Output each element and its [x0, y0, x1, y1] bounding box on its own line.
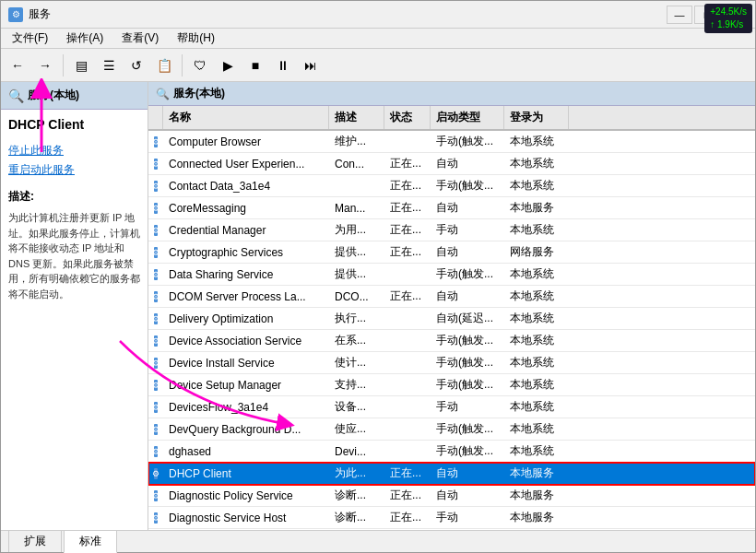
service-row-icon: [148, 219, 163, 241]
table-row[interactable]: Device Setup Manager支持...手动(触发...本地系统: [148, 374, 755, 396]
service-cell-name: Diagnostic Policy Service: [163, 485, 329, 506]
table-row[interactable]: Diagnostic Service Host诊断...正在...手动本地服务: [148, 507, 755, 529]
col-status[interactable]: 状态: [384, 106, 431, 129]
tab-standard[interactable]: 标准: [64, 530, 117, 553]
table-row[interactable]: dghasedDevi...手动(触发...本地系统: [148, 441, 755, 463]
service-cell-startup: 自动: [431, 241, 504, 263]
back-button[interactable]: ←: [5, 53, 30, 78]
stop-button[interactable]: ■: [242, 53, 268, 78]
service-cell-desc: Con...: [329, 153, 384, 174]
service-cell-desc: 使应...: [329, 418, 384, 440]
table-row[interactable]: DevicesFlow_3a1e4设备...手动本地系统: [148, 396, 755, 418]
service-row-icon: [148, 396, 163, 418]
service-cell-desc: 维护...: [329, 131, 384, 152]
col-login[interactable]: 登录为: [504, 106, 569, 129]
table-row[interactable]: Contact Data_3a1e4正在...手动(触发...本地系统: [148, 175, 755, 197]
menu-file[interactable]: 文件(F): [5, 29, 55, 48]
service-cell-login: 本地服务: [504, 463, 569, 484]
selected-service-name: DHCP Client: [8, 117, 140, 132]
table-row[interactable]: DevQuery Background D...使应...手动(触发...本地系…: [148, 418, 755, 441]
service-cell-desc: 为此...: [329, 463, 384, 484]
table-row[interactable]: Credential Manager为用...正在...手动本地系统: [148, 219, 755, 241]
service-row-icon: [148, 418, 163, 440]
service-cell-desc: [329, 175, 384, 196]
list-view-button[interactable]: ☰: [96, 53, 122, 78]
service-cell-startup: 手动(触发...: [431, 264, 504, 285]
table-row[interactable]: Cryptographic Services提供...正在...自动网络服务: [148, 241, 755, 264]
col-desc[interactable]: 描述: [329, 106, 384, 129]
pane-view-button[interactable]: ▤: [68, 53, 94, 78]
service-cell-name: DevQuery Background D...: [163, 418, 329, 440]
table-header: 名称 描述 状态 启动类型 登录为: [148, 106, 755, 131]
service-cell-startup: 自动: [431, 197, 504, 218]
table-row[interactable]: Data Sharing Service提供...手动(触发...本地系统: [148, 264, 755, 286]
menu-action[interactable]: 操作(A): [59, 29, 111, 48]
service-row-icon: [148, 330, 163, 351]
refresh-button[interactable]: ↺: [124, 53, 149, 78]
table-row[interactable]: CoreMessagingMan...正在...自动本地服务: [148, 197, 755, 219]
service-cell-name: Delivery Optimization: [163, 308, 329, 329]
service-cell-login: 本地系统: [504, 131, 569, 152]
table-row[interactable]: Diagnostic Policy Service诊断...正在...自动本地服…: [148, 485, 755, 507]
col-icon[interactable]: [148, 106, 163, 129]
title-bar-left: ⚙ 服务: [8, 6, 51, 22]
app-icon: ⚙: [8, 7, 23, 22]
window-title: 服务: [29, 6, 51, 22]
service-cell-desc: 为用...: [329, 219, 384, 241]
menu-bar: 文件(F) 操作(A) 查看(V) 帮助(H): [1, 29, 755, 49]
service-cell-desc: 在系...: [329, 330, 384, 351]
left-panel-body: DHCP Client 停止此服务 重启动此服务 描述: 为此计算机注册并更新 …: [1, 110, 148, 530]
service-cell-status: [384, 396, 431, 418]
service-cell-name: CoreMessaging: [163, 197, 329, 218]
col-startup[interactable]: 启动类型: [431, 106, 504, 129]
download-speed: ↑ 1.9K/s: [710, 18, 747, 31]
service-cell-status: [384, 441, 431, 462]
service-cell-startup: 手动(触发...: [431, 418, 504, 440]
service-row-icon: [148, 441, 163, 462]
service-cell-desc: 诊断...: [329, 507, 384, 528]
service-cell-desc: DCO...: [329, 286, 384, 307]
toolbar-separator-2: [182, 54, 183, 76]
forward-button[interactable]: →: [32, 53, 58, 78]
description-label: 描述:: [8, 189, 140, 205]
service-row-icon: [148, 197, 163, 218]
export-button[interactable]: 📋: [151, 53, 177, 78]
service-cell-login: 本地系统: [504, 264, 569, 285]
restart-service-link[interactable]: 重启动此服务: [8, 162, 140, 178]
menu-help[interactable]: 帮助(H): [170, 29, 222, 48]
service-cell-status: 正在...: [384, 286, 431, 307]
service-cell-name: Device Association Service: [163, 330, 329, 351]
table-row[interactable]: Device Install Service使计...手动(触发...本地系统: [148, 352, 755, 374]
service-cell-desc: 提供...: [329, 241, 384, 263]
right-panel-header-title: 服务(本地): [173, 86, 225, 101]
tab-expand[interactable]: 扩展: [8, 530, 62, 552]
service-cell-name: Device Setup Manager: [163, 374, 329, 395]
service-row-icon: [148, 507, 163, 528]
upload-speed: +24.5K/s: [710, 6, 747, 18]
service-cell-desc: Man...: [329, 197, 384, 218]
right-panel-header: 🔍 服务(本地): [148, 82, 755, 106]
service-cell-startup: 手动(触发...: [431, 175, 504, 196]
service-row-icon: [148, 374, 163, 395]
table-row[interactable]: DHCP Client为此...正在...自动本地服务: [148, 463, 755, 485]
service-cell-startup: 自动(延迟...: [431, 308, 504, 329]
stop-service-link[interactable]: 停止此服务: [8, 143, 140, 159]
pause-button[interactable]: ⏸: [270, 53, 296, 78]
service-cell-status: [384, 264, 431, 285]
play-button[interactable]: ▶: [215, 53, 241, 78]
table-row[interactable]: Delivery Optimization执行...自动(延迟...本地系统: [148, 308, 755, 330]
service-cell-startup: 手动(触发...: [431, 330, 504, 351]
menu-view[interactable]: 查看(V): [114, 29, 166, 48]
table-row[interactable]: Device Association Service在系...手动(触发...本…: [148, 330, 755, 352]
services-table[interactable]: 名称 描述 状态 启动类型 登录为 Computer Browser维护...手…: [148, 106, 755, 530]
shield-button[interactable]: 🛡: [187, 53, 213, 78]
right-panel: 🔍 服务(本地) 名称 描述 状态 启动类型 登录为 Computer Brow…: [148, 82, 755, 530]
table-row[interactable]: Computer Browser维护...手动(触发...本地系统: [148, 131, 755, 153]
toolbar: ← → ▤ ☰ ↺ 📋 🛡 ▶ ■ ⏸ ⏭: [1, 49, 755, 82]
col-name[interactable]: 名称: [163, 106, 329, 129]
table-row[interactable]: Connected User Experien...Con...正在...自动本…: [148, 153, 755, 175]
service-row-icon: [148, 485, 163, 506]
table-row[interactable]: DCOM Server Process La...DCO...正在...自动本地…: [148, 286, 755, 308]
restart-button[interactable]: ⏭: [298, 53, 324, 78]
minimize-button[interactable]: —: [667, 6, 692, 24]
